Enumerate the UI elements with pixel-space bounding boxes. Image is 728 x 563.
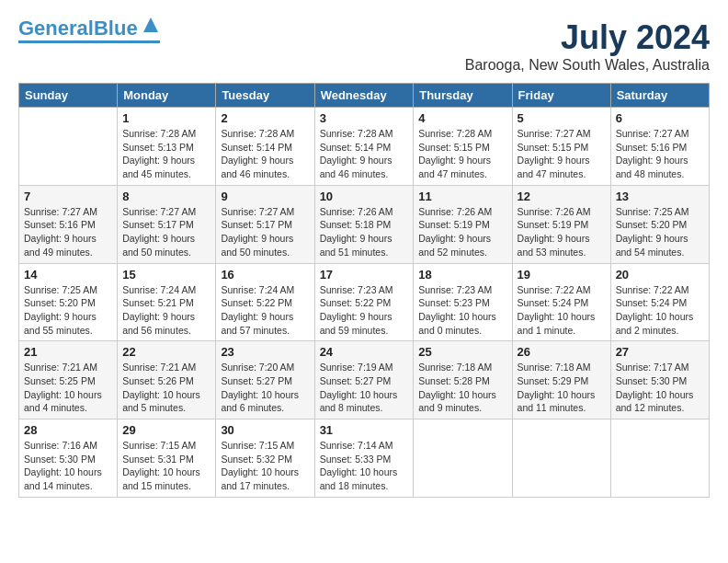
cell-info: Sunrise: 7:14 AM Sunset: 5:33 PM Dayligh…: [320, 439, 409, 493]
sunset-label: Sunset: 5:23 PM: [418, 297, 490, 308]
day-number: 24: [320, 345, 409, 359]
calendar-cell: 2 Sunrise: 7:28 AM Sunset: 5:14 PM Dayli…: [216, 108, 314, 186]
sunset-label: Sunset: 5:18 PM: [320, 219, 392, 230]
cell-info: Sunrise: 7:23 AM Sunset: 5:23 PM Dayligh…: [418, 283, 506, 338]
daylight-label: Daylight: 9 hours and 45 minutes.: [122, 155, 195, 179]
calendar-header-row: SundayMondayTuesdayWednesdayThursdayFrid…: [19, 84, 710, 108]
day-number: 6: [616, 111, 704, 125]
cell-info: Sunrise: 7:26 AM Sunset: 5:19 PM Dayligh…: [418, 205, 506, 259]
sunset-label: Sunset: 5:32 PM: [221, 454, 292, 465]
daylight-label: Daylight: 9 hours and 46 minutes.: [320, 155, 392, 179]
sunrise-label: Sunrise: 7:27 AM: [24, 206, 97, 217]
day-number: 2: [221, 111, 309, 125]
title-section: July 2024 Barooga, New South Wales, Aust…: [465, 18, 710, 74]
calendar-week-1: 1 Sunrise: 7:28 AM Sunset: 5:13 PM Dayli…: [19, 108, 710, 186]
daylight-label: Daylight: 10 hours and 2 minutes.: [616, 311, 694, 336]
calendar-cell: 16 Sunrise: 7:24 AM Sunset: 5:22 PM Dayl…: [216, 263, 314, 341]
cell-info: Sunrise: 7:22 AM Sunset: 5:24 PM Dayligh…: [518, 283, 606, 338]
calendar-cell: 11 Sunrise: 7:26 AM Sunset: 5:19 PM Dayl…: [414, 185, 512, 263]
day-number: 4: [418, 111, 506, 125]
sunset-label: Sunset: 5:14 PM: [221, 142, 292, 153]
sunrise-label: Sunrise: 7:22 AM: [616, 284, 689, 295]
sunset-label: Sunset: 5:28 PM: [418, 375, 490, 386]
cell-info: Sunrise: 7:18 AM Sunset: 5:29 PM Dayligh…: [518, 361, 606, 415]
sunrise-label: Sunrise: 7:28 AM: [122, 128, 196, 139]
sunrise-label: Sunrise: 7:15 AM: [221, 440, 294, 451]
column-header-monday: Monday: [118, 84, 216, 108]
column-header-sunday: Sunday: [19, 84, 118, 108]
sunrise-label: Sunrise: 7:17 AM: [616, 362, 689, 373]
daylight-label: Daylight: 10 hours and 8 minutes.: [320, 389, 398, 414]
calendar-table: SundayMondayTuesdayWednesdayThursdayFrid…: [18, 83, 710, 498]
calendar-cell: 26 Sunrise: 7:18 AM Sunset: 5:29 PM Dayl…: [512, 341, 610, 419]
day-number: 16: [221, 268, 309, 282]
daylight-label: Daylight: 9 hours and 52 minutes.: [418, 233, 491, 258]
sunrise-label: Sunrise: 7:19 AM: [320, 362, 393, 373]
calendar-cell: [414, 419, 512, 498]
day-number: 19: [518, 268, 606, 282]
sunset-label: Sunset: 5:24 PM: [518, 297, 589, 308]
sunset-label: Sunset: 5:13 PM: [122, 142, 194, 153]
logo-text: GeneralBlue: [18, 18, 138, 39]
day-number: 18: [418, 268, 506, 282]
sunrise-label: Sunrise: 7:16 AM: [24, 440, 97, 451]
calendar-cell: 6 Sunrise: 7:27 AM Sunset: 5:16 PM Dayli…: [610, 108, 709, 186]
cell-info: Sunrise: 7:26 AM Sunset: 5:18 PM Dayligh…: [320, 205, 409, 259]
cell-info: Sunrise: 7:16 AM Sunset: 5:30 PM Dayligh…: [24, 439, 112, 493]
day-number: 9: [221, 190, 309, 203]
daylight-label: Daylight: 10 hours and 5 minutes.: [122, 389, 200, 414]
cell-info: Sunrise: 7:24 AM Sunset: 5:22 PM Dayligh…: [221, 283, 309, 338]
cell-info: Sunrise: 7:15 AM Sunset: 5:31 PM Dayligh…: [122, 439, 210, 493]
sunrise-label: Sunrise: 7:18 AM: [518, 362, 591, 373]
sunrise-label: Sunrise: 7:18 AM: [418, 362, 492, 373]
day-number: 5: [518, 111, 606, 125]
daylight-label: Daylight: 9 hours and 50 minutes.: [122, 233, 195, 258]
calendar-cell: 21 Sunrise: 7:21 AM Sunset: 5:25 PM Dayl…: [19, 341, 118, 419]
day-number: 7: [24, 190, 112, 203]
sunrise-label: Sunrise: 7:21 AM: [24, 362, 97, 373]
sunrise-label: Sunrise: 7:26 AM: [320, 206, 393, 217]
daylight-label: Daylight: 10 hours and 15 minutes.: [122, 466, 200, 491]
calendar-cell: 23 Sunrise: 7:20 AM Sunset: 5:27 PM Dayl…: [216, 341, 314, 419]
daylight-label: Daylight: 10 hours and 11 minutes.: [518, 389, 596, 414]
calendar-cell: 15 Sunrise: 7:24 AM Sunset: 5:21 PM Dayl…: [118, 263, 216, 341]
sunset-label: Sunset: 5:25 PM: [24, 375, 96, 386]
daylight-label: Daylight: 9 hours and 47 minutes.: [518, 155, 590, 179]
calendar-cell: 10 Sunrise: 7:26 AM Sunset: 5:18 PM Dayl…: [314, 185, 414, 263]
main-title: July 2024: [465, 18, 710, 57]
sunset-label: Sunset: 5:22 PM: [221, 297, 292, 308]
sunset-label: Sunset: 5:16 PM: [24, 219, 96, 230]
sunrise-label: Sunrise: 7:28 AM: [320, 128, 393, 139]
cell-info: Sunrise: 7:22 AM Sunset: 5:24 PM Dayligh…: [616, 283, 704, 338]
day-number: 13: [616, 190, 704, 203]
day-number: 3: [320, 111, 409, 125]
calendar-cell: 14 Sunrise: 7:25 AM Sunset: 5:20 PM Dayl…: [19, 263, 118, 341]
day-number: 11: [418, 190, 506, 203]
sunrise-label: Sunrise: 7:23 AM: [418, 284, 492, 295]
cell-info: Sunrise: 7:15 AM Sunset: 5:32 PM Dayligh…: [221, 439, 309, 493]
daylight-label: Daylight: 10 hours and 9 minutes.: [418, 389, 496, 414]
sunset-label: Sunset: 5:24 PM: [616, 297, 688, 308]
calendar-cell: 17 Sunrise: 7:23 AM Sunset: 5:22 PM Dayl…: [314, 263, 414, 341]
svg-marker-0: [143, 17, 158, 32]
cell-info: Sunrise: 7:24 AM Sunset: 5:21 PM Dayligh…: [122, 283, 210, 338]
daylight-label: Daylight: 10 hours and 4 minutes.: [24, 389, 102, 414]
sunrise-label: Sunrise: 7:27 AM: [122, 206, 196, 217]
daylight-label: Daylight: 9 hours and 48 minutes.: [616, 155, 688, 179]
cell-info: Sunrise: 7:28 AM Sunset: 5:14 PM Dayligh…: [221, 127, 309, 181]
sunrise-label: Sunrise: 7:28 AM: [221, 128, 294, 139]
day-number: 25: [418, 345, 506, 359]
sunrise-label: Sunrise: 7:25 AM: [616, 206, 689, 217]
sunrise-label: Sunrise: 7:23 AM: [320, 284, 393, 295]
logo-icon: [142, 16, 160, 34]
day-number: 21: [24, 345, 112, 359]
daylight-label: Daylight: 9 hours and 56 minutes.: [122, 311, 195, 336]
daylight-label: Daylight: 10 hours and 0 minutes.: [418, 311, 496, 336]
calendar-cell: 3 Sunrise: 7:28 AM Sunset: 5:14 PM Dayli…: [314, 108, 414, 186]
sunrise-label: Sunrise: 7:15 AM: [122, 440, 196, 451]
logo: GeneralBlue: [18, 18, 160, 43]
day-number: 30: [221, 423, 309, 437]
calendar-cell: [512, 419, 610, 498]
sunrise-label: Sunrise: 7:27 AM: [616, 128, 689, 139]
sunrise-label: Sunrise: 7:14 AM: [320, 440, 393, 451]
